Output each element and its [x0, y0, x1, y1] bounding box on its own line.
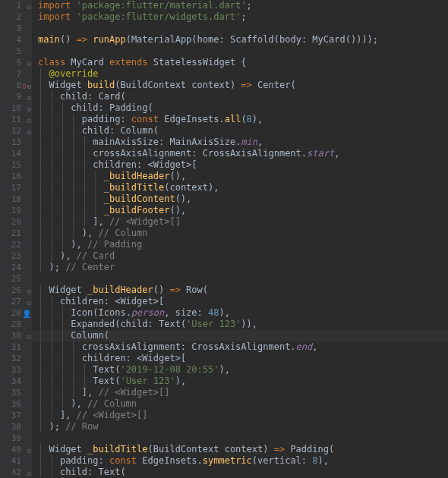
line-number[interactable]: 33 [0, 364, 32, 376]
code-line[interactable]: │ │ │ Expanded(child: Text('User 123')), [38, 319, 448, 330]
fold-toggle-icon[interactable]: ⊟ [27, 286, 31, 297]
token-paren: ( [120, 91, 125, 102]
line-number[interactable]: 24 [0, 262, 32, 273]
code-line[interactable]: main() => runApp(MaterialApp(home: Scaff… [38, 34, 448, 46]
line-number[interactable]: 18 [0, 193, 32, 205]
line-number[interactable]: 15 [0, 159, 32, 171]
code-line[interactable]: │ │ │ │ │ crossAxisAlignment: CrossAxisA… [38, 148, 448, 159]
code-line[interactable]: │ │ child: Text( [38, 467, 448, 478]
line-number[interactable]: 3 [0, 23, 32, 34]
author-gutter-icon[interactable]: 👤 [22, 308, 31, 319]
line-number[interactable]: 22 [0, 239, 32, 250]
line-number[interactable]: 16 [0, 171, 32, 182]
line-number[interactable]: 21 [0, 228, 32, 239]
code-line[interactable]: │ ); // Row [38, 421, 448, 432]
token-kw: => [241, 80, 257, 90]
fold-toggle-icon[interactable]: ⊟ [27, 445, 31, 457]
line-number[interactable]: 20 [0, 216, 32, 228]
code-line[interactable] [38, 432, 448, 444]
code-line[interactable]: import 'package:flutter/material.dart'; [38, 0, 448, 11]
line-number[interactable]: 19 [0, 205, 32, 216]
code-line[interactable]: │ Widget build(BuildContext context) => … [38, 80, 448, 91]
code-line[interactable]: │ │ children: <Widget>[ [38, 296, 448, 307]
code-line[interactable]: │ │ │ │ crossAxisAlignment: CrossAxisAli… [38, 341, 448, 353]
line-number[interactable]: 4 [0, 34, 32, 46]
code-line[interactable] [38, 23, 448, 34]
fold-toggle-icon[interactable]: ⊟ [27, 93, 31, 104]
line-number[interactable]: 7 [0, 68, 32, 80]
line-number[interactable]: 35 [0, 387, 32, 398]
fold-toggle-icon[interactable]: ⊟ [27, 127, 31, 138]
token-kw: const [131, 114, 164, 124]
code-line[interactable]: │ @override [38, 68, 448, 80]
code-line[interactable]: │ │ │ │ ), // Column [38, 228, 448, 239]
code-line[interactable]: │ │ │ child: Padding( [38, 102, 448, 114]
code-line[interactable] [38, 273, 448, 285]
code-line[interactable]: import 'package:flutter/widgets.dart'; [38, 11, 448, 23]
token-comment: // <Widget>[] [109, 216, 181, 227]
line-number[interactable]: 23 [0, 250, 32, 262]
code-line[interactable]: class MyCard extends StatelessWidget { [38, 57, 448, 68]
fold-toggle-icon[interactable]: ⊟ [27, 297, 31, 309]
token-cls: StatelessWidget [153, 57, 241, 68]
code-line[interactable]: │ │ │ │ child: Column( [38, 125, 448, 137]
code-line[interactable]: │ │ ], // <Widget>[] [38, 410, 448, 421]
line-number[interactable]: 34 [0, 376, 32, 387]
code-line[interactable]: │ │ │ │ │ │ _buildTitle(context), [38, 182, 448, 193]
fold-toggle-icon[interactable]: ⊟ [27, 332, 31, 343]
token-op: ; [241, 11, 246, 22]
code-line[interactable]: │ │ │ │ │ │ _buildHeader(), [38, 171, 448, 182]
code-line[interactable]: │ Widget _buildTitle(BuildContext contex… [38, 444, 448, 455]
line-number[interactable]: 31 [0, 341, 32, 353]
token-paren: ) [71, 239, 76, 250]
line-number[interactable]: 5 [0, 46, 32, 57]
token-paren: () [175, 193, 186, 204]
code-line[interactable]: │ │ │ ), // Column [38, 398, 448, 410]
code-line[interactable]: │ │ ), // Card [38, 250, 448, 262]
line-number[interactable]: 29 [0, 319, 32, 330]
code-line[interactable]: │ │ │ Column( [38, 330, 448, 341]
code-line[interactable]: │ │ │ │ │ ], // <Widget>[] [38, 216, 448, 228]
fold-toggle-icon[interactable]: ⊟ [27, 104, 31, 115]
line-number[interactable]: 28👤 [0, 307, 32, 319]
code-line[interactable]: │ │ │ │ children: <Widget>[ [38, 353, 448, 364]
code-line[interactable]: │ │ child: Card( [38, 91, 448, 102]
code-line[interactable]: │ │ │ │ │ │ _buildFooter(), [38, 205, 448, 216]
line-number[interactable]: 2 [0, 11, 32, 23]
code-line[interactable] [38, 46, 448, 57]
code-line[interactable]: │ │ │ Icon(Icons.person, size: 48), [38, 307, 448, 319]
fold-toggle-icon[interactable]: ⊟ [27, 81, 31, 93]
code-line[interactable]: │ │ │ │ │ mainAxisSize: MainAxisSize.min… [38, 137, 448, 148]
code-line[interactable]: │ Widget _buildHeader() => Row( [38, 285, 448, 296]
code-line[interactable]: │ │ │ ), // Padding [38, 239, 448, 250]
line-number[interactable]: 41 [0, 455, 32, 467]
token-cls: Text [98, 467, 120, 477]
line-number[interactable]: 37 [0, 410, 32, 421]
code-line[interactable]: │ │ │ │ │ │ _buildContent(), [38, 193, 448, 205]
fold-toggle-icon[interactable]: ⊟ [27, 58, 31, 70]
code-line[interactable]: │ │ │ │ │ children: <Widget>[ [38, 159, 448, 171]
code-line[interactable]: │ │ │ │ padding: const EdgeInsets.all(8)… [38, 114, 448, 125]
code-editor[interactable]: import 'package:flutter/material.dart';i… [32, 0, 448, 478]
code-line[interactable]: │ │ │ │ ], // <Widget>[] [38, 387, 448, 398]
line-number[interactable]: 32 [0, 353, 32, 364]
line-number[interactable]: 17 [0, 182, 32, 193]
fold-toggle-icon[interactable]: ⊟ [27, 115, 31, 127]
line-number[interactable]: 25 [0, 273, 32, 285]
token-fn: _buildTitle [104, 182, 164, 193]
line-number[interactable]: 39 [0, 432, 32, 444]
code-line[interactable]: │ ); // Center [38, 262, 448, 273]
token-param: context [169, 182, 208, 193]
token-op: , [87, 228, 98, 238]
line-number[interactable]: 36 [0, 398, 32, 410]
fold-toggle-icon[interactable]: ⊟ [27, 2, 31, 13]
line-number[interactable]: 13 [0, 137, 32, 148]
code-line[interactable]: │ │ padding: const EdgeInsets.symmetric(… [38, 455, 448, 467]
fold-toggle-icon[interactable]: ⊟ [27, 468, 31, 478]
code-line[interactable]: │ │ │ │ │ Text('2019-12-08 20:55'), [38, 364, 448, 376]
code-line[interactable]: │ │ │ │ │ Text('User 123'), [38, 376, 448, 387]
token-cls: Text [93, 364, 115, 375]
line-number[interactable]: 38 [0, 421, 32, 432]
line-number[interactable]: 14 [0, 148, 32, 159]
line-number-gutter[interactable]: 12345678O↑910111213141516171819202122232… [0, 0, 32, 478]
